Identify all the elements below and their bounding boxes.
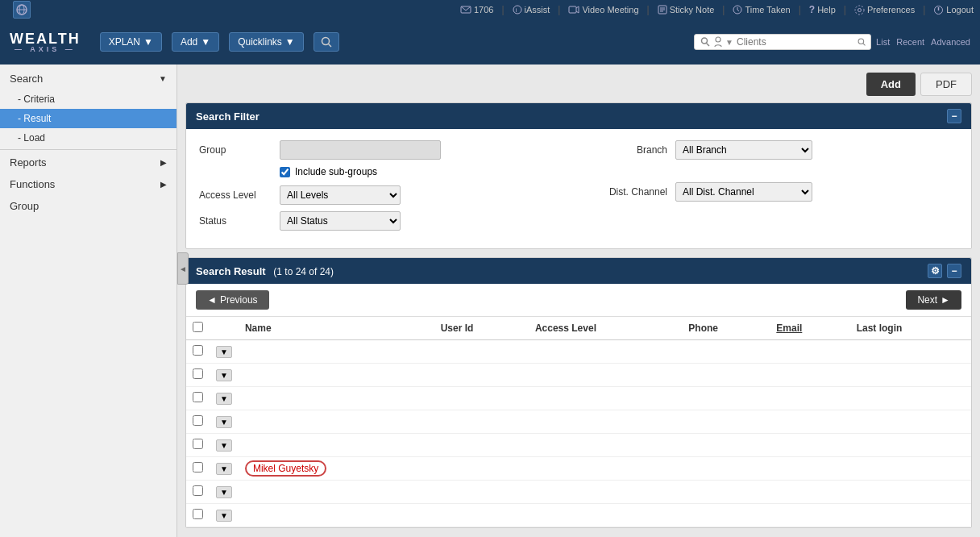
row-checkbox[interactable]	[193, 368, 203, 379]
mail-item[interactable]: 1706	[460, 5, 493, 15]
row-action-button[interactable]: ▼	[216, 463, 232, 475]
pdf-button[interactable]: PDF	[920, 73, 972, 96]
time-item[interactable]: Time Taken	[733, 5, 790, 15]
help-item[interactable]: ? Help	[809, 4, 836, 15]
dist-channel-row: Dist. Channel All Dist. Channel	[595, 182, 958, 202]
sidebar-load[interactable]: - Load	[0, 128, 176, 148]
search-input[interactable]	[737, 36, 858, 48]
row-action-cell: ▼	[210, 364, 239, 387]
row-action-button[interactable]: ▼	[216, 369, 232, 381]
row-user-id-cell	[434, 387, 529, 410]
group-input[interactable]	[280, 140, 441, 160]
search-dropdown-arrow[interactable]: ▼	[725, 38, 733, 47]
row-user-id-cell	[434, 434, 529, 457]
quicklinks-button[interactable]: Quicklinks ▼	[229, 32, 304, 52]
sticky-item[interactable]: Sticky Note	[658, 5, 715, 15]
row-checkbox[interactable]	[193, 345, 203, 356]
svg-point-20	[702, 38, 708, 44]
group-row: Group	[199, 140, 563, 160]
row-action-button[interactable]: ▼	[216, 510, 232, 522]
recent-link[interactable]: Recent	[896, 37, 924, 47]
email-col-header[interactable]: Email	[770, 317, 849, 340]
search-box[interactable]: ▼	[694, 34, 871, 50]
result-count: (1 to 24 of 24)	[273, 266, 334, 277]
sidebar-result[interactable]: - Result	[0, 109, 176, 128]
svg-line-21	[707, 44, 710, 47]
advanced-link[interactable]: Advanced	[931, 37, 970, 47]
row-action-button[interactable]: ▼	[216, 416, 232, 428]
settings-icon[interactable]: ⚙	[928, 264, 942, 278]
sidebar-toggle[interactable]: ◄	[177, 252, 189, 285]
highlighted-name-link[interactable]: Mikel Guyetsky	[245, 460, 326, 477]
row-name-cell[interactable]: Mikel Guyetsky	[239, 457, 434, 481]
subgroups-row: Include sub-groups	[199, 166, 563, 177]
row-checkbox-cell	[186, 434, 210, 457]
dist-channel-select[interactable]: All Dist. Channel	[675, 182, 812, 202]
list-link[interactable]: List	[876, 37, 890, 47]
prefs-item[interactable]: Preferences	[854, 5, 915, 15]
add-button[interactable]: Add	[866, 73, 916, 96]
search-icon-button[interactable]	[314, 32, 339, 52]
sidebar-functions[interactable]: Functions ▶	[0, 173, 176, 195]
sidebar-group[interactable]: Group	[0, 195, 176, 217]
result-title-text: Search Result	[196, 265, 266, 277]
svg-text:i: i	[515, 6, 517, 14]
next-button[interactable]: Next ►	[906, 290, 961, 310]
svg-point-22	[716, 37, 720, 42]
row-action-button[interactable]: ▼	[216, 346, 232, 358]
video-item[interactable]: Video Meeting	[568, 5, 638, 15]
row-checkbox-cell	[186, 387, 210, 410]
svg-point-4	[513, 6, 521, 14]
row-checkbox[interactable]	[193, 392, 203, 402]
include-subgroups-checkbox[interactable]	[280, 167, 290, 177]
svg-point-14	[858, 8, 861, 11]
row-checkbox[interactable]	[193, 462, 203, 472]
status-select[interactable]: All Status	[280, 211, 401, 231]
collapse-icon[interactable]: −	[947, 109, 961, 123]
row-name-cell	[239, 340, 434, 364]
result-header-icons: ⚙ −	[928, 264, 961, 278]
search-filter-panel: Search Filter − Group Include sub-groups	[185, 102, 972, 249]
row-user-id-cell	[434, 340, 529, 364]
access-level-select[interactable]: All Levels	[280, 185, 401, 205]
row-last-login-cell	[850, 504, 971, 527]
iassist-item[interactable]: i iAssist	[513, 5, 550, 15]
logo-line1: WEALTH	[10, 31, 81, 47]
row-action-button[interactable]: ▼	[216, 439, 232, 452]
row-action-button[interactable]: ▼	[216, 486, 232, 498]
prev-button[interactable]: ◄ Previous	[196, 290, 269, 310]
filter-left: Group Include sub-groups Access Level Al…	[199, 140, 563, 237]
row-checkbox[interactable]	[193, 415, 203, 426]
divider: |	[501, 4, 504, 15]
result-collapse-icon[interactable]: −	[947, 264, 961, 278]
add-dropdown-button[interactable]: Add ▼	[172, 32, 219, 52]
row-name-cell	[239, 434, 434, 457]
search-filter-header: Search Filter −	[186, 103, 971, 129]
row-phone-cell	[682, 364, 770, 387]
status-label: Status	[199, 215, 272, 227]
sidebar-search[interactable]: Search ▼	[0, 68, 176, 90]
table-row: ▼	[186, 410, 971, 434]
logout-label: Logout	[946, 5, 974, 15]
xplan-button[interactable]: XPLAN ▼	[100, 32, 162, 52]
svg-point-18	[322, 38, 329, 45]
sidebar-reports[interactable]: Reports ▶	[0, 152, 176, 173]
search-links: List Recent Advanced	[876, 37, 970, 47]
row-action-button[interactable]: ▼	[216, 393, 232, 405]
sidebar-criteria[interactable]: - Criteria	[0, 90, 176, 109]
globe-icon[interactable]	[13, 1, 31, 19]
row-checkbox[interactable]	[193, 509, 203, 519]
divider6: |	[844, 4, 846, 15]
row-phone-cell	[682, 457, 770, 481]
quicklinks-arrow-icon: ▼	[285, 36, 295, 48]
row-email-cell	[770, 364, 849, 387]
dist-channel-label: Dist. Channel	[595, 186, 667, 198]
select-all-checkbox[interactable]	[193, 322, 203, 332]
table-row: ▼	[186, 434, 971, 457]
row-checkbox[interactable]	[193, 439, 203, 449]
row-checkbox[interactable]	[193, 485, 203, 496]
svg-rect-6	[569, 6, 576, 13]
logout-item[interactable]: Logout	[933, 5, 974, 15]
svg-line-24	[863, 44, 866, 46]
branch-select[interactable]: All Branch	[675, 140, 812, 160]
